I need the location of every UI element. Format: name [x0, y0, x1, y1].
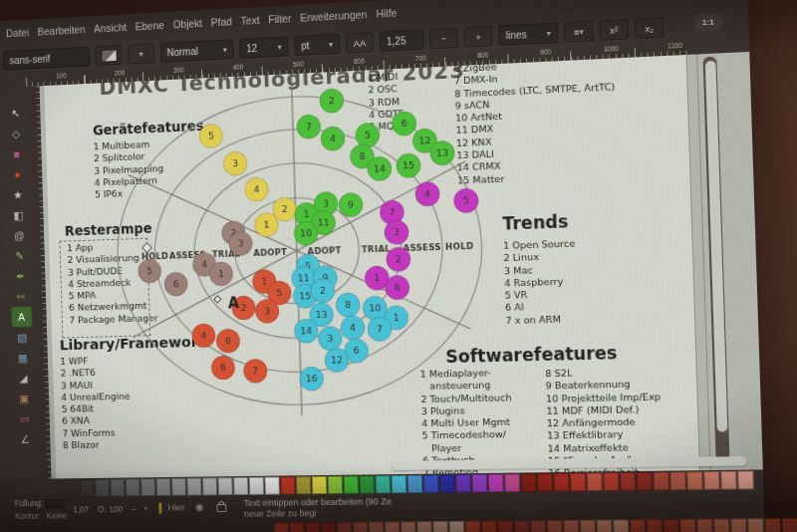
palette-swatch[interactable]	[376, 475, 392, 493]
palette-swatch[interactable]	[554, 473, 570, 492]
palette-swatch[interactable]	[369, 522, 385, 532]
stroke-indicator[interactable]: Kontur: Keine	[15, 511, 68, 521]
palette-swatch[interactable]	[630, 519, 646, 532]
radar-dot[interactable]: 1	[209, 262, 233, 287]
ellipse-tool-icon[interactable]: ●	[7, 164, 27, 184]
palette-swatch[interactable]	[344, 476, 360, 494]
box3d-tool-icon[interactable]: ◧	[8, 205, 28, 225]
palette-swatch[interactable]	[603, 472, 619, 491]
units-select[interactable]: pt ▾	[294, 34, 340, 56]
palette-swatch[interactable]	[274, 522, 289, 532]
font-family-dropdown[interactable]: ▾	[128, 43, 155, 64]
superscript-button[interactable]: x²	[599, 19, 629, 41]
palette-swatch[interactable]	[202, 477, 217, 495]
layer-indicator[interactable]: Hier	[158, 502, 184, 514]
node-tool-icon[interactable]: ◇	[6, 124, 26, 143]
palette-swatch[interactable]	[537, 473, 553, 492]
line-height-minus-button[interactable]: −	[429, 28, 458, 50]
palette-swatch[interactable]	[563, 520, 579, 532]
radar-dot[interactable]: 6	[164, 272, 188, 296]
palette-swatch[interactable]	[218, 477, 233, 495]
radar-dot[interactable]: 12	[325, 348, 350, 373]
palette-swatch[interactable]	[233, 477, 248, 495]
font-family-select[interactable]: sans-serif	[3, 47, 90, 71]
spacing-mode-select[interactable]: lines ▾	[498, 22, 558, 45]
palette-swatch[interactable]	[312, 476, 327, 494]
measure-tool-icon[interactable]: ∠	[15, 429, 35, 449]
palette-swatch[interactable]	[328, 476, 343, 494]
text-tool-icon[interactable]: A	[11, 307, 31, 327]
dropper-tool-icon[interactable]: ◢	[13, 369, 33, 389]
radar-dot[interactable]: 8	[336, 293, 361, 318]
bucket-tool-icon[interactable]: ▣	[14, 389, 34, 408]
pencil-tool-icon[interactable]: ✎	[10, 246, 30, 266]
vertical-scrollbar-thumb[interactable]	[704, 61, 727, 432]
palette-swatch[interactable]	[290, 522, 305, 532]
radar-dot[interactable]: 5	[453, 188, 478, 213]
spiral-tool-icon[interactable]: @	[9, 225, 29, 245]
palette-swatch[interactable]	[186, 478, 201, 496]
radar-dot[interactable]: 4	[244, 177, 268, 202]
radar-dot[interactable]: 15	[397, 153, 421, 178]
palette-swatch[interactable]	[664, 519, 679, 532]
palette-swatch[interactable]	[385, 521, 400, 532]
palette-swatch[interactable]	[747, 518, 764, 532]
menu-item[interactable]: Filter	[268, 12, 291, 25]
radar-dot[interactable]: 10	[363, 296, 388, 321]
radar-dot[interactable]: 2	[320, 89, 345, 114]
radar-dot[interactable]: 2	[386, 247, 410, 272]
palette-swatch[interactable]	[392, 475, 407, 493]
palette-swatch[interactable]	[472, 474, 488, 492]
radar-dot[interactable]: 3	[318, 326, 343, 351]
radar-dot[interactable]: 2	[311, 278, 336, 303]
palette-swatch[interactable]	[597, 520, 613, 532]
palette-swatch[interactable]	[654, 472, 669, 491]
palette-swatch[interactable]	[280, 476, 295, 494]
pen-tool-icon[interactable]: ✒	[10, 266, 30, 286]
palette-swatch[interactable]	[360, 475, 376, 493]
radar-dot[interactable]: 10	[294, 221, 318, 246]
radar-dot[interactable]: 3	[228, 231, 252, 256]
radar-dot[interactable]: 4	[191, 324, 215, 348]
calligraphy-tool-icon[interactable]: ✏	[11, 287, 31, 307]
palette-swatch[interactable]	[481, 521, 497, 532]
radar-dot[interactable]: 14	[294, 319, 318, 344]
palette-swatch[interactable]	[764, 518, 781, 532]
palette-swatch[interactable]	[530, 520, 546, 532]
palette-swatch[interactable]	[497, 520, 513, 532]
font-style-select[interactable]: Normal ▾	[160, 39, 234, 63]
palette-swatch[interactable]	[669, 471, 685, 490]
menu-item[interactable]: Datei	[6, 26, 29, 39]
radar-dot[interactable]: 5	[199, 124, 223, 148]
rectangle-tool-icon[interactable]: ■	[7, 143, 27, 163]
canvas-area[interactable]: DMXC Technologieradar 2023 Gerätefeature…	[40, 52, 763, 479]
eraser-tool-icon[interactable]: ▭	[15, 408, 35, 428]
fill-indicator[interactable]: Füllung:	[14, 498, 65, 509]
palette-swatch[interactable]	[703, 471, 720, 490]
palette-swatch[interactable]	[111, 479, 126, 497]
radar-dot[interactable]: 8	[216, 329, 240, 353]
layer-lock-button[interactable]	[216, 504, 226, 514]
palette-swatch[interactable]	[713, 519, 729, 532]
radar-dot[interactable]: 5	[137, 259, 161, 283]
palette-swatch[interactable]	[423, 475, 439, 493]
menu-item[interactable]: Text	[240, 14, 259, 27]
palette-swatch[interactable]	[737, 471, 754, 490]
palette-swatch[interactable]	[465, 521, 481, 532]
palette-swatch[interactable]	[416, 521, 432, 532]
palette-swatch[interactable]	[580, 520, 596, 532]
radar-chart[interactable]: HOLDASSESSTRIALADOPTADOPTTRIALASSESSHOLD…	[89, 72, 513, 423]
opacity-minus-button[interactable]: −	[132, 504, 136, 514]
radar-dot[interactable]: 1	[254, 212, 278, 237]
palette-swatch[interactable]	[80, 479, 95, 497]
radar-dot[interactable]: 14	[368, 156, 393, 181]
palette-swatch[interactable]	[547, 520, 563, 532]
opacity-value[interactable]: 100	[109, 504, 123, 514]
palette-swatch[interactable]	[686, 471, 702, 490]
palette-swatch[interactable]	[679, 519, 695, 532]
gradient-tool-icon[interactable]: ▧	[12, 328, 32, 348]
palette-swatch[interactable]	[126, 478, 140, 496]
palette-swatch[interactable]	[782, 518, 797, 532]
document-page[interactable]: DMXC Technologieradar 2023 Gerätefeature…	[44, 55, 700, 479]
radar-dot[interactable]: 7	[243, 359, 267, 383]
